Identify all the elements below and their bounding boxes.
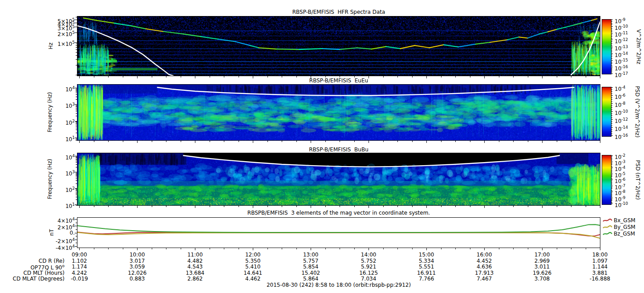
axis-tick: [611, 28, 612, 28]
axis-tick: [557, 141, 557, 142]
axis-tick: [311, 141, 311, 143]
axis-tick: [76, 126, 77, 126]
legend-item-bz-gsm: Bz_GSM: [603, 231, 635, 237]
panel-title-hfr: RBSP-B/EMFISIS HFR Spectra Data: [77, 9, 600, 15]
axis-tick: [513, 141, 514, 142]
axis-tick: [253, 76, 253, 78]
axis-tick: [76, 177, 77, 177]
ephemeris-value: 5.334: [406, 258, 446, 264]
axis-tick: [76, 167, 77, 167]
hfr-spectrogram-canvas[interactable]: [77, 16, 600, 76]
axis-tick: [76, 123, 77, 124]
axis-tick: [499, 248, 499, 249]
axis-tick: [166, 141, 166, 142]
colorbar-bubu: [602, 155, 612, 205]
axis-tick: [557, 206, 557, 207]
axis-tick: [76, 157, 77, 157]
by-gsm-line-swatch: [603, 225, 612, 229]
axis-tick: [611, 169, 612, 169]
bubu-spectrogram-canvas[interactable]: [77, 153, 600, 205]
axis-tick: [383, 248, 384, 249]
axis-tick: [611, 106, 612, 106]
axis-tick: [611, 43, 612, 44]
axis-tick: [426, 76, 427, 78]
axis-tick: [76, 192, 77, 192]
y-axis-tick-label: 0.: [44, 230, 75, 236]
axis-tick: [267, 206, 268, 207]
axis-tick: [76, 139, 77, 140]
axis-tick: [166, 248, 166, 249]
axis-tick: [76, 189, 77, 189]
axis-tick: [611, 52, 612, 52]
axis-tick: [311, 206, 311, 208]
axis-tick: [611, 198, 613, 198]
colorbar-tick-label: 10-8: [615, 100, 643, 108]
axis-tick: [611, 114, 612, 114]
axis-tick: [108, 248, 109, 249]
axis-tick: [499, 141, 499, 142]
axis-tick: [470, 206, 470, 207]
axis-tick: [600, 141, 600, 143]
axis-tick: [76, 107, 77, 107]
y-axis-tick-label: 103: [44, 101, 75, 109]
axis-tick: [108, 141, 109, 142]
y-axis-tick-label: 101: [44, 134, 75, 142]
y-axis-tick-label: 101: [44, 201, 75, 209]
ephemeris-value: 12.026: [117, 270, 157, 276]
axis-tick: [600, 76, 600, 78]
axis-tick: [296, 76, 297, 77]
axis-tick: [412, 141, 413, 142]
axis-tick: [79, 248, 80, 250]
axis-tick: [325, 248, 326, 249]
axis-tick: [611, 67, 613, 67]
axis-tick: [76, 89, 77, 89]
axis-tick: [571, 141, 571, 142]
eueu-spectrogram-canvas[interactable]: [77, 85, 600, 140]
axis-tick: [76, 49, 77, 50]
ephemeris-value: 1.174: [59, 264, 99, 270]
axis-tick: [412, 76, 413, 77]
axis-tick: [412, 206, 413, 207]
ephemeris-value: 5.410: [233, 264, 273, 270]
axis-tick: [455, 141, 456, 142]
ephemeris-value: 3.017: [117, 258, 157, 264]
time-tick-label: 16:00: [464, 252, 504, 258]
axis-tick: [79, 141, 80, 143]
axis-tick: [75, 226, 77, 226]
axis-tick: [76, 75, 77, 75]
axis-tick: [76, 205, 77, 206]
axis-tick: [611, 157, 612, 157]
axis-tick: [611, 155, 613, 156]
ephemeris-value: 15.402: [291, 270, 331, 276]
axis-tick: [611, 195, 612, 195]
ephemeris-value: 5.551: [406, 264, 446, 270]
axis-tick: [76, 111, 77, 111]
axis-tick: [426, 248, 427, 250]
axis-tick: [76, 236, 77, 236]
axis-tick: [611, 65, 612, 65]
axis-tick: [76, 162, 77, 163]
axis-tick: [369, 206, 369, 208]
axis-tick: [528, 206, 528, 207]
axis-tick: [76, 106, 77, 106]
axis-tick: [76, 94, 77, 95]
axis-tick: [611, 123, 612, 124]
axis-tick: [611, 186, 613, 186]
axis-tick: [75, 27, 77, 27]
axis-tick: [611, 50, 612, 50]
y-axis-tick-label: 2×105: [44, 29, 75, 37]
axis-tick: [611, 159, 612, 159]
ephemeris-value: 17.913: [464, 270, 504, 276]
axis-tick: [611, 196, 612, 196]
ephemeris-value: 4.242: [59, 270, 99, 276]
mag-vector-canvas[interactable]: [77, 218, 600, 248]
axis-tick: [499, 76, 499, 77]
axis-tick: [441, 206, 441, 207]
ephemeris-value: 3.708: [522, 276, 562, 282]
axis-tick: [611, 163, 612, 163]
axis-tick: [76, 199, 77, 200]
axis-tick: [76, 93, 77, 93]
panel-title-mag-vector: RBSPB/EMFISIS 3 elements of the mag vect…: [77, 210, 600, 216]
colorbar-tick-label: 10-4: [615, 84, 643, 92]
time-tick-label: 13:00: [291, 252, 331, 258]
